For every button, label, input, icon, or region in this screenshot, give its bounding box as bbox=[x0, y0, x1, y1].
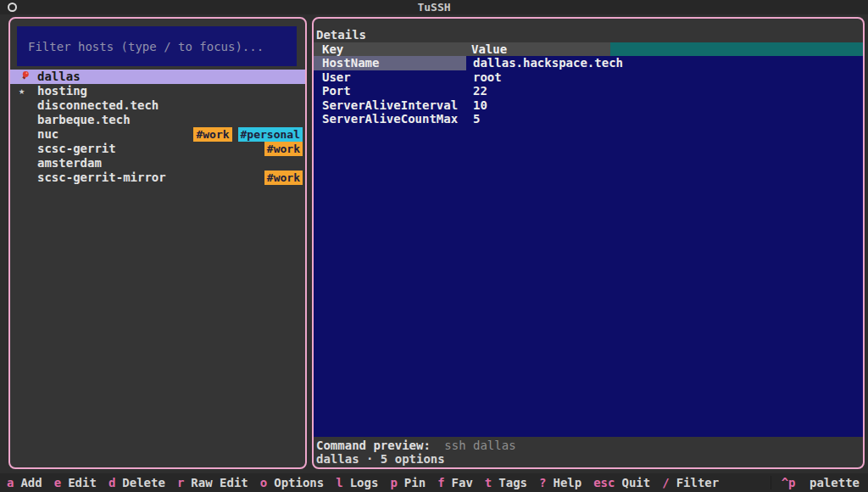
shortcuts-right: ^p palette bbox=[771, 476, 860, 489]
details-row[interactable]: ServerAliveInterval10 bbox=[314, 98, 863, 113]
tag-work[interactable]: #work bbox=[193, 127, 231, 142]
shortcut-key: o bbox=[260, 476, 267, 489]
shortcut-label: Raw Edit bbox=[191, 476, 248, 489]
shortcut-label: Tags bbox=[498, 476, 527, 489]
shortcut-label: Delete bbox=[122, 476, 165, 489]
host-row[interactable]: scsc-gerrit#work bbox=[10, 142, 305, 156]
option-value: dallas.hackspace.tech bbox=[466, 56, 623, 70]
no-icon bbox=[19, 142, 37, 156]
option-key: ServerAliveCountMax bbox=[314, 112, 466, 126]
shortcut-label: Logs bbox=[350, 476, 379, 489]
header-teal-segment bbox=[610, 42, 863, 56]
host-row[interactable]: ★hosting bbox=[10, 84, 305, 98]
shortcut-edit[interactable]: eEdit bbox=[54, 476, 97, 489]
host-row[interactable]: amsterdam bbox=[10, 156, 305, 171]
shortcut-key: e bbox=[54, 476, 61, 489]
details-row[interactable]: HostNamedallas.hackspace.tech bbox=[314, 56, 863, 70]
shortcut-key: a bbox=[7, 476, 14, 489]
host-row[interactable]: disconnected.tech bbox=[10, 98, 305, 113]
shortcut-filter[interactable]: /Filter bbox=[662, 476, 719, 489]
tag-work[interactable]: #work bbox=[264, 142, 303, 156]
details-title: Details bbox=[316, 28, 366, 42]
window-control-circle-icon[interactable] bbox=[8, 3, 17, 12]
column-header-value: Value bbox=[471, 42, 610, 56]
shortcut-palette[interactable]: ^p palette bbox=[782, 476, 860, 489]
option-key: User bbox=[314, 70, 466, 85]
command-preview-line: Command preview: ssh dallas bbox=[316, 439, 516, 452]
details-row[interactable]: Userroot bbox=[314, 70, 863, 85]
option-key: ServerAliveInterval bbox=[314, 98, 466, 113]
host-name: hosting bbox=[37, 84, 87, 98]
shortcut-key: / bbox=[662, 476, 669, 489]
no-icon bbox=[19, 113, 37, 127]
app-window: TuSSH dallas★hostingdisconnected.techbar… bbox=[0, 0, 868, 492]
shortcut-label: Help bbox=[553, 476, 581, 489]
shortcut-label: Edit bbox=[68, 476, 97, 489]
shortcut-key: d bbox=[108, 476, 115, 489]
shortcut-key: ? bbox=[539, 476, 546, 489]
shortcut-key: f bbox=[437, 476, 444, 489]
host-name: barbeque.tech bbox=[37, 113, 131, 127]
shortcut-key: esc bbox=[593, 476, 615, 489]
hosts-panel: dallas★hostingdisconnected.techbarbeque.… bbox=[8, 17, 307, 469]
details-table: HostNamedallas.hackspace.techUserrootPor… bbox=[314, 56, 863, 437]
host-name: dallas bbox=[37, 70, 81, 84]
shortcuts-left: aAddeEditdDeleterRaw EditoOptionslLogspP… bbox=[7, 476, 731, 489]
no-icon bbox=[19, 171, 37, 185]
shortcut-options[interactable]: oOptions bbox=[260, 476, 324, 489]
shortcut-delete[interactable]: dDelete bbox=[108, 476, 165, 489]
option-value: 10 bbox=[466, 98, 487, 113]
details-row[interactable]: ServerAliveCountMax5 bbox=[314, 112, 863, 126]
shortcut-logs[interactable]: lLogs bbox=[336, 476, 378, 489]
host-row[interactable]: dallas bbox=[10, 70, 305, 84]
command-preview-label: Command preview: bbox=[316, 439, 431, 452]
shortcut-key: r bbox=[177, 476, 184, 489]
host-name: disconnected.tech bbox=[37, 98, 159, 113]
statusbar: aAddeEditdDeleterRaw EditoOptionslLogspP… bbox=[0, 473, 868, 492]
shortcut-key: p bbox=[390, 476, 397, 489]
filter-hosts-input[interactable] bbox=[17, 26, 297, 66]
shortcut-label: Filter bbox=[676, 476, 720, 489]
shortcut-quit[interactable]: escQuit bbox=[593, 476, 650, 489]
option-key: HostName bbox=[314, 56, 466, 70]
star-icon: ★ bbox=[19, 84, 37, 98]
pin-icon bbox=[19, 70, 37, 84]
host-row[interactable]: scsc-gerrit-mirror#work bbox=[10, 171, 305, 185]
shortcut-raw-edit[interactable]: rRaw Edit bbox=[177, 476, 248, 489]
option-key: Port bbox=[314, 84, 466, 98]
shortcut-label: Fav bbox=[452, 476, 473, 489]
shortcut-label: Add bbox=[20, 476, 42, 489]
host-name: nuc bbox=[37, 127, 58, 142]
shortcut-label: palette bbox=[810, 476, 860, 489]
selection-summary: dallas · 5 options bbox=[316, 452, 445, 466]
shortcut-label: Options bbox=[274, 476, 324, 489]
tag-work[interactable]: #work bbox=[264, 171, 303, 185]
shortcut-tags[interactable]: tTags bbox=[485, 476, 527, 489]
command-preview-value: ssh dallas bbox=[444, 439, 515, 452]
host-row[interactable]: barbeque.tech bbox=[10, 113, 305, 127]
tag-personal[interactable]: #personal bbox=[238, 127, 303, 142]
shortcut-help[interactable]: ?Help bbox=[539, 476, 581, 489]
details-table-header: Key Value bbox=[314, 42, 863, 56]
option-value: root bbox=[466, 70, 502, 85]
option-value: 22 bbox=[466, 84, 487, 98]
app-title: TuSSH bbox=[0, 0, 868, 14]
no-icon bbox=[19, 127, 37, 142]
no-icon bbox=[19, 98, 37, 113]
host-list: dallas★hostingdisconnected.techbarbeque.… bbox=[10, 70, 305, 185]
shortcut-add[interactable]: aAdd bbox=[7, 476, 42, 489]
host-name: scsc-gerrit bbox=[37, 142, 116, 156]
details-row[interactable]: Port22 bbox=[314, 84, 863, 98]
details-panel: Details Key Value HostNamedallas.hackspa… bbox=[312, 17, 865, 469]
shortcut-label: Quit bbox=[621, 476, 650, 489]
option-value: 5 bbox=[466, 112, 480, 126]
shortcut-pin[interactable]: pPin bbox=[390, 476, 426, 489]
titlebar: TuSSH bbox=[0, 0, 868, 14]
shortcut-key: l bbox=[336, 476, 342, 489]
no-icon bbox=[19, 156, 37, 171]
shortcut-label: Pin bbox=[404, 476, 426, 489]
shortcut-key: t bbox=[485, 476, 492, 489]
host-name: scsc-gerrit-mirror bbox=[37, 171, 166, 185]
host-row[interactable]: nuc#work#personal bbox=[10, 127, 305, 142]
shortcut-fav[interactable]: fFav bbox=[437, 476, 473, 489]
